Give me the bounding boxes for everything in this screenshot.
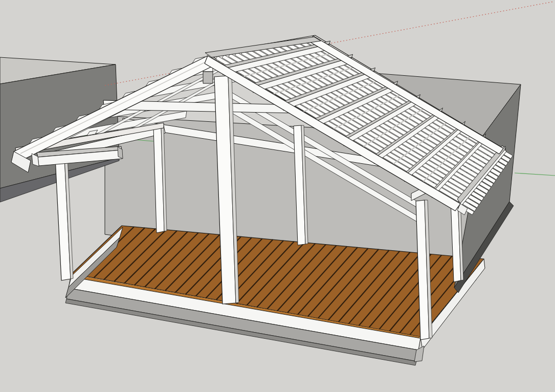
model-scene — [0, 0, 555, 392]
ridge-apex-block — [203, 72, 213, 83]
3d-viewport[interactable] — [0, 0, 555, 392]
